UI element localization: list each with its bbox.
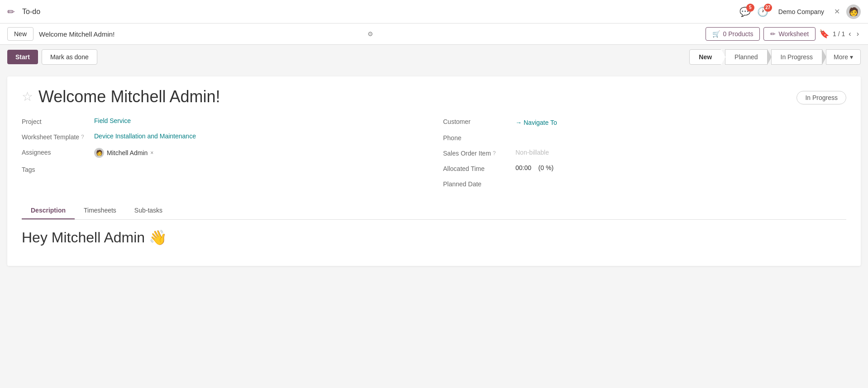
app-logo-icon: ✏ [7,6,15,17]
project-row: Project Field Service [22,117,425,125]
user-avatar[interactable]: 🧑 [846,5,861,19]
record-breadcrumb-title: Welcome Mitchell Admin! [39,30,364,38]
allocated-time-label: Allocated Time [443,164,515,172]
assignees-label: Assignees [22,148,94,156]
customer-label: Customer [443,117,515,125]
worksheet-template-value[interactable]: Device Installation and Maintenance [94,132,196,140]
clock-badge: 27 [764,4,772,12]
main-content: ☆ Welcome Mitchell Admin! In Progress Pr… [7,76,861,266]
app-name: To-do [22,8,734,16]
project-value[interactable]: Field Service [94,117,131,124]
form-right: Customer → Navigate To Phone Sales Order… [443,117,846,188]
action-bar: Start Mark as done New Planned In Progre… [0,45,868,69]
cart-icon: 🛒 [712,30,720,38]
tab-description[interactable]: Description [22,202,75,219]
customer-row: Customer → Navigate To [443,117,846,126]
more-label: More [834,53,848,61]
tab-timesheets[interactable]: Timesheets [75,202,125,219]
chevron-down-icon: ▾ [850,53,853,61]
navigate-label: Navigate To [524,119,557,126]
notifications-badge: 5 [746,4,754,12]
pen-icon: ✏ [770,30,776,38]
status-planned-label: Planned [734,53,758,61]
bookmark-icon[interactable]: 🔖 [819,29,829,39]
status-new-label: New [699,53,712,61]
topbar-icons: 💬 5 🕐 27 Demo Company ✕ 🧑 [739,5,861,19]
project-label: Project [22,117,94,125]
status-new-step[interactable]: New [689,49,721,65]
pagination-text: 1 / 1 [833,30,845,38]
sales-order-help-icon[interactable]: ? [493,150,496,156]
sales-order-label: Sales Order Item ? [443,149,515,157]
company-name: Demo Company [778,8,824,15]
products-button[interactable]: 🛒 0 Products [706,27,760,41]
worksheet-template-row: Worksheet Template ? Device Installation… [22,132,425,141]
description-text: Hey Mitchell Admin 👋 [22,229,846,246]
prev-page-button[interactable]: ‹ [847,28,853,40]
description-area: Hey Mitchell Admin 👋 [22,220,846,255]
allocated-time-value[interactable]: 00:00 (0 %) [515,164,553,171]
toolbar-right: 🔖 1 / 1 ‹ › [819,28,861,40]
sales-order-value[interactable]: Non-billable [515,149,549,156]
status-badge[interactable]: In Progress [796,91,846,104]
tags-row: Tags [22,165,425,173]
tabs: Description Timesheets Sub-tasks [22,202,846,220]
favorite-star-icon[interactable]: ☆ [22,89,33,104]
phone-row: Phone [443,133,846,142]
worksheet-label: Worksheet [778,30,809,38]
status-pipeline: New Planned In Progress More ▾ [689,49,861,65]
products-label: 0 Products [723,30,753,38]
topbar: ✏ To-do 💬 5 🕐 27 Demo Company ✕ 🧑 [0,0,868,24]
remove-assignee-button[interactable]: × [150,150,153,156]
assignees-value: 🧑 Mitchell Admin × [94,148,153,158]
arrow-icon: → [515,119,522,126]
record-header: ☆ Welcome Mitchell Admin! In Progress [22,87,846,106]
status-inprogress-label: In Progress [781,53,813,61]
sales-order-row: Sales Order Item ? Non-billable [443,149,846,157]
new-button[interactable]: New [7,27,33,41]
tab-subtasks[interactable]: Sub-tasks [125,202,172,219]
close-icon[interactable]: ✕ [834,7,840,16]
tags-label: Tags [22,165,94,173]
status-planned-step[interactable]: Planned [725,49,767,65]
status-more-button[interactable]: More ▾ [826,49,861,65]
clock-button[interactable]: 🕐 27 [757,6,768,17]
planned-date-label: Planned Date [443,180,515,188]
secondary-toolbar: New Welcome Mitchell Admin! ⚙ 🛒 0 Produc… [0,24,868,45]
navigate-to-link[interactable]: → Navigate To [515,119,557,126]
settings-gear-icon[interactable]: ⚙ [367,30,373,38]
worksheet-template-label: Worksheet Template ? [22,132,94,141]
worksheet-button[interactable]: ✏ Worksheet [763,27,816,41]
form-grid: Project Field Service Worksheet Template… [22,117,846,188]
notifications-button[interactable]: 💬 5 [739,6,751,17]
next-page-button[interactable]: › [855,28,861,40]
assignees-row: Assignees 🧑 Mitchell Admin × [22,148,425,158]
planned-date-row: Planned Date [443,180,846,188]
assignee-name: Mitchell Admin [107,149,148,156]
allocated-time-row: Allocated Time 00:00 (0 %) [443,164,846,172]
assignee-avatar: 🧑 [94,148,104,158]
start-button[interactable]: Start [7,50,38,64]
record-title: Welcome Mitchell Admin! [38,87,791,106]
mark-as-done-button[interactable]: Mark as done [42,49,97,65]
worksheet-help-icon[interactable]: ? [81,134,84,140]
pagination-nav: 1 / 1 ‹ › [833,28,861,40]
form-left: Project Field Service Worksheet Template… [22,117,425,188]
phone-label: Phone [443,133,515,142]
status-inprogress-step[interactable]: In Progress [771,49,823,65]
